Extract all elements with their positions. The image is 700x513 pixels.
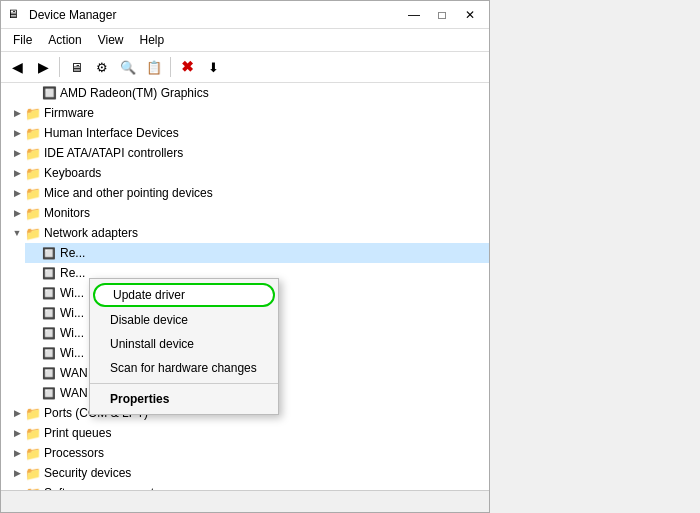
menu-action[interactable]: Action — [40, 31, 89, 49]
label-monitors: Monitors — [44, 206, 90, 220]
arrow-wan2 — [25, 385, 41, 401]
tree-item-processors[interactable]: ▶ 📁 Processors — [9, 443, 489, 463]
minimize-button[interactable]: — — [401, 5, 427, 25]
icon-monitors: 📁 — [25, 205, 41, 221]
icon-softcomp: 📁 — [25, 485, 41, 490]
icon-wa3: 🔲 — [41, 325, 57, 341]
label-wa3: Wi... — [60, 326, 84, 340]
arrow-printq: ▶ — [9, 425, 25, 441]
arrow-wan1 — [25, 365, 41, 381]
icon-printq: 📁 — [25, 425, 41, 441]
toolbar-separator-2 — [170, 57, 171, 77]
ctx-properties[interactable]: Properties — [90, 387, 278, 411]
label-amd: AMD Radeon(TM) Graphics — [60, 86, 209, 100]
close-button[interactable]: ✕ — [457, 5, 483, 25]
icon-mice: 📁 — [25, 185, 41, 201]
ctx-disable-device[interactable]: Disable device — [90, 308, 278, 332]
device-manager-window: 🖥 Device Manager — □ ✕ File Action View … — [0, 0, 490, 513]
arrow-softcomp: ▶ — [9, 485, 25, 490]
arrow-processors: ▶ — [9, 445, 25, 461]
tree-item-softcomp[interactable]: ▶ 📁 Software components — [9, 483, 489, 490]
tree-item-network[interactable]: ▼ 📁 Network adapters — [9, 223, 489, 243]
window-icon: 🖥 — [7, 7, 23, 23]
download-button[interactable]: ⬇ — [201, 55, 225, 79]
arrow-network: ▼ — [9, 225, 25, 241]
icon-ide: 📁 — [25, 145, 41, 161]
arrow-firmware: ▶ — [9, 105, 25, 121]
label-re2: Re... — [60, 266, 85, 280]
tree-item-printq[interactable]: ▶ 📁 Print queues — [9, 423, 489, 443]
tree-item-firmware[interactable]: ▶ 📁 Firmware — [9, 103, 489, 123]
label-keyboards: Keyboards — [44, 166, 101, 180]
back-button[interactable]: ◀ — [5, 55, 29, 79]
menu-help[interactable]: Help — [132, 31, 173, 49]
icon-processors: 📁 — [25, 445, 41, 461]
arrow-ide: ▶ — [9, 145, 25, 161]
tree-item-mice[interactable]: ▶ 📁 Mice and other pointing devices — [9, 183, 489, 203]
list-button[interactable]: 📋 — [142, 55, 166, 79]
arrow-hid: ▶ — [9, 125, 25, 141]
icon-ports: 📁 — [25, 405, 41, 421]
tree-item-hid[interactable]: ▶ 📁 Human Interface Devices — [9, 123, 489, 143]
icon-hid: 📁 — [25, 125, 41, 141]
label-firmware: Firmware — [44, 106, 94, 120]
arrow-ports: ▶ — [9, 405, 25, 421]
window-title: Device Manager — [29, 8, 116, 22]
title-controls: — □ ✕ — [401, 5, 483, 25]
icon-network: 📁 — [25, 225, 41, 241]
menu-view[interactable]: View — [90, 31, 132, 49]
icon-wan1: 🔲 — [41, 365, 57, 381]
context-menu: Update driver Disable device Uninstall d… — [89, 278, 279, 415]
arrow-security: ▶ — [9, 465, 25, 481]
label-wa2: Wi... — [60, 306, 84, 320]
icon-wa2: 🔲 — [41, 305, 57, 321]
label-wa1: Wi... — [60, 286, 84, 300]
label-processors: Processors — [44, 446, 104, 460]
ctx-scan-hardware[interactable]: Scan for hardware changes — [90, 356, 278, 380]
toolbar: ◀ ▶ 🖥 ⚙ 🔍 📋 ✖ ⬇ — [1, 52, 489, 83]
icon-re2: 🔲 — [41, 265, 57, 281]
arrow-re1 — [25, 245, 41, 261]
tree-item-security[interactable]: ▶ 📁 Security devices — [9, 463, 489, 483]
arrow-amd — [25, 85, 41, 101]
label-re1: Re... — [60, 246, 85, 260]
ctx-update-driver[interactable]: Update driver — [93, 283, 275, 307]
title-bar-left: 🖥 Device Manager — [7, 7, 116, 23]
arrow-wa1 — [25, 285, 41, 301]
search-button[interactable]: 🔍 — [116, 55, 140, 79]
computer-button[interactable]: 🖥 — [64, 55, 88, 79]
tree-item-amd[interactable]: 🔲 AMD Radeon(TM) Graphics — [25, 83, 489, 103]
icon-re1: 🔲 — [41, 245, 57, 261]
tree-item-re1[interactable]: 🔲 Re... — [25, 243, 489, 263]
arrow-keyboards: ▶ — [9, 165, 25, 181]
label-wa4: Wi... — [60, 346, 84, 360]
forward-button[interactable]: ▶ — [31, 55, 55, 79]
tree-item-keyboards[interactable]: ▶ 📁 Keyboards — [9, 163, 489, 183]
label-hid: Human Interface Devices — [44, 126, 179, 140]
delete-button[interactable]: ✖ — [175, 55, 199, 79]
status-bar — [1, 490, 489, 512]
title-bar: 🖥 Device Manager — □ ✕ — [1, 1, 489, 29]
menu-file[interactable]: File — [5, 31, 40, 49]
label-mice: Mice and other pointing devices — [44, 186, 213, 200]
arrow-re2 — [25, 265, 41, 281]
ctx-uninstall-device[interactable]: Uninstall device — [90, 332, 278, 356]
tree-content[interactable]: 🔲 AMD Radeon(TM) Graphics ▶ 📁 Firmware ▶… — [1, 83, 489, 490]
tree-item-monitors[interactable]: ▶ 📁 Monitors — [9, 203, 489, 223]
arrow-mice: ▶ — [9, 185, 25, 201]
icon-keyboards: 📁 — [25, 165, 41, 181]
label-softcomp: Software components — [44, 486, 160, 490]
arrow-wa2 — [25, 305, 41, 321]
icon-wa4: 🔲 — [41, 345, 57, 361]
icon-firmware: 📁 — [25, 105, 41, 121]
label-printq: Print queues — [44, 426, 111, 440]
label-ide: IDE ATA/ATAPI controllers — [44, 146, 183, 160]
label-network: Network adapters — [44, 226, 138, 240]
maximize-button[interactable]: □ — [429, 5, 455, 25]
arrow-wa3 — [25, 325, 41, 341]
tree-item-ide[interactable]: ▶ 📁 IDE ATA/ATAPI controllers — [9, 143, 489, 163]
arrow-wa4 — [25, 345, 41, 361]
icon-amd: 🔲 — [41, 85, 57, 101]
ctx-separator — [90, 383, 278, 384]
settings-button[interactable]: ⚙ — [90, 55, 114, 79]
